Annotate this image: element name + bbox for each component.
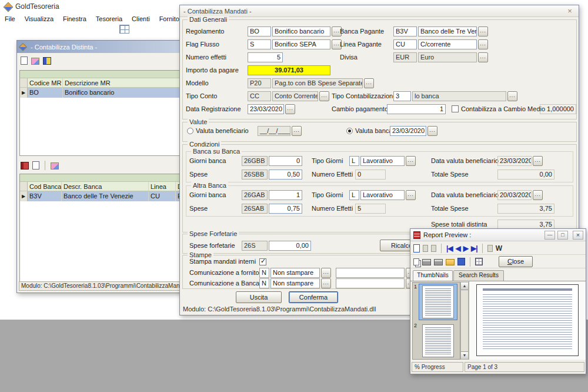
thumbnail-page-1[interactable] [422, 285, 454, 318]
conferma-button[interactable]: Conferma [289, 291, 338, 303]
modello-code-field[interactable]: P20 [248, 78, 271, 88]
comunicazione-banca-extra-field[interactable] [336, 278, 405, 288]
print-icon[interactable] [422, 259, 431, 265]
tipo-conto-code-field[interactable]: CC [248, 91, 271, 101]
first-page-icon[interactable]: |◀ [446, 244, 453, 253]
table-row[interactable]: ▶ BO Bonifico bancario [20, 88, 204, 98]
linea-pagante-lookup-button[interactable]: ... [478, 39, 488, 49]
valuta-banca-calendar-button[interactable]: ... [427, 126, 437, 136]
data-registrazione-field[interactable]: 23/03/2020 [248, 104, 284, 114]
open-icon[interactable] [446, 259, 455, 265]
close-preview-button[interactable]: Close [499, 256, 533, 267]
col-codice-mr[interactable]: Codice MR [28, 78, 63, 87]
eraser-icon[interactable] [51, 162, 59, 170]
minimize-icon[interactable]: — [544, 231, 555, 240]
tipo-conto-desc-field[interactable]: Conto Corrente [272, 91, 318, 101]
grid-view-icon[interactable] [475, 258, 483, 265]
distinta-titlebar[interactable]: - Contabilizza Distinta - [17, 41, 206, 53]
col-cod-banca[interactable]: Cod Banca [28, 182, 62, 191]
bsb-giorni-value-field[interactable]: 0 [269, 156, 302, 166]
new-document-icon[interactable] [21, 57, 28, 65]
numero-effetti-field[interactable]: 5 [248, 52, 283, 62]
goto-page-icon[interactable] [487, 245, 493, 252]
divisa-code-field[interactable]: EUR [393, 52, 417, 62]
tab-thumbnails[interactable]: ThumbNails [413, 270, 453, 281]
comunicazione-banca-lookup-button[interactable]: ... [321, 278, 331, 288]
menu-tesoreria[interactable]: Tesoreria [96, 15, 122, 22]
red-book-icon[interactable] [21, 162, 29, 170]
bsb-tipo-giorni-code-field[interactable]: L [349, 156, 359, 166]
copy-icon[interactable] [413, 258, 419, 265]
cambio-pagamento-field[interactable]: 1 [387, 104, 446, 114]
bsb-giorni-code-field[interactable]: 26GBB [242, 156, 268, 166]
print-setup-icon[interactable] [434, 259, 443, 265]
thumbnail-scrollbar[interactable]: ▲ ▼ [460, 282, 469, 360]
col-descr-banca[interactable]: Descr. Banca [62, 182, 149, 191]
bsb-tipo-giorni-lookup-button[interactable]: ... [406, 156, 416, 166]
print-book-icon[interactable] [43, 57, 51, 65]
regolamento-code-field[interactable]: BO [248, 26, 271, 36]
ab-spese-code-field[interactable]: 26SAB [242, 204, 268, 214]
regolamento-desc-field[interactable]: Bonifico bancario [272, 26, 330, 36]
banca-pagante-desc-field[interactable]: Banco delle Tre Vene [418, 26, 477, 36]
uscita-button[interactable]: Uscita [236, 291, 282, 303]
tipo-contabilizzazione-desc-field[interactable]: lo banca [412, 91, 506, 101]
spese-forfetarie-value-field[interactable]: 0,00 [269, 241, 311, 251]
flag-flusso-code-field[interactable]: S [248, 39, 271, 49]
ab-tipo-giorni-desc-field[interactable]: Lavorativo [360, 190, 405, 200]
facing-pages-icon[interactable] [431, 245, 436, 252]
ab-tipo-giorni-code-field[interactable]: L [349, 190, 359, 200]
bsb-spese-value-field[interactable]: 0,50 [269, 170, 302, 180]
close-icon[interactable]: × [573, 231, 583, 240]
document-icon[interactable] [32, 161, 39, 170]
valuta-beneficiario-field[interactable]: __/__/____ [258, 126, 290, 136]
comunicazione-banca-code-field[interactable]: N [259, 278, 269, 288]
mandati-titlebar[interactable]: - Contabilizza Mandati - × [180, 5, 579, 17]
valuta-beneficiario-radio[interactable] [187, 128, 193, 134]
menu-finestra[interactable]: Finestra [63, 15, 86, 22]
data-registrazione-calendar-button[interactable]: ... [285, 104, 295, 114]
bsb-tipo-giorni-desc-field[interactable]: Lavorativo [360, 156, 405, 166]
bsb-data-valuta-calendar-button[interactable]: ... [533, 156, 543, 166]
close-icon[interactable]: × [564, 6, 575, 15]
valuta-beneficiario-calendar-button[interactable]: ... [292, 126, 302, 136]
ab-giorni-value-field[interactable]: 1 [269, 190, 302, 200]
last-page-icon[interactable]: ▶| [471, 244, 477, 253]
valuta-banca-radio[interactable] [346, 128, 353, 134]
scroll-up-icon[interactable]: ▲ [461, 283, 468, 290]
cambio-medio-checkbox[interactable] [452, 105, 459, 112]
save-icon[interactable] [457, 258, 465, 265]
ab-spese-value-field[interactable]: 0,75 [269, 204, 302, 214]
comunicazione-fornitore-lookup-button[interactable]: ... [321, 268, 331, 278]
ab-giorni-code-field[interactable]: 26GAB [242, 190, 268, 200]
comunicazione-fornitore-desc-field[interactable]: Non stampare [270, 268, 320, 278]
importo-field[interactable]: 39.071,03 [248, 65, 330, 75]
divisa-desc-field[interactable]: Euro [418, 52, 477, 62]
menu-file[interactable]: File [5, 15, 15, 22]
flag-flusso-desc-field[interactable]: Bonifico SEPA [272, 39, 330, 49]
bsb-spese-code-field[interactable]: 26SBB [242, 170, 268, 180]
maximize-icon[interactable]: □ [557, 231, 568, 240]
ab-data-valuta-calendar-button[interactable]: ... [533, 190, 543, 200]
tipo-contabilizzazione-code-field[interactable]: 3 [393, 91, 411, 101]
comunicazione-fornitore-code-field[interactable]: N [259, 268, 269, 278]
modello-desc-field[interactable]: Pag.to con BB Spese Separate [272, 78, 363, 88]
menu-clienti[interactable]: Clienti [132, 15, 150, 22]
tab-search-results[interactable]: Search Results [453, 270, 504, 281]
tipo-conto-lookup-button[interactable]: ... [319, 91, 329, 101]
table-row[interactable]: ▶ B3V Banco delle Tre Venezie CU EUR [20, 191, 204, 201]
modello-lookup-button[interactable]: ... [364, 78, 374, 88]
eraser-icon[interactable] [31, 58, 39, 65]
layout-icon[interactable] [423, 245, 428, 252]
divisa-lookup-button[interactable]: ... [478, 52, 488, 62]
previous-page-icon[interactable]: ◀ [456, 244, 460, 253]
stampa-interni-checkbox[interactable] [259, 258, 266, 265]
watermark-icon[interactable]: W [496, 244, 502, 253]
spese-forfetarie-code-field[interactable]: 26S [242, 241, 268, 251]
page-setup-icon[interactable] [413, 244, 420, 253]
col-linea[interactable]: Linea [149, 182, 176, 191]
comunicazione-banca-desc-field[interactable]: Non stampare [270, 278, 320, 288]
tipo-contabilizzazione-lookup-button[interactable]: ... [507, 91, 517, 101]
next-page-icon[interactable]: ▶ [463, 244, 468, 253]
ab-tipo-giorni-lookup-button[interactable]: ... [406, 190, 416, 200]
